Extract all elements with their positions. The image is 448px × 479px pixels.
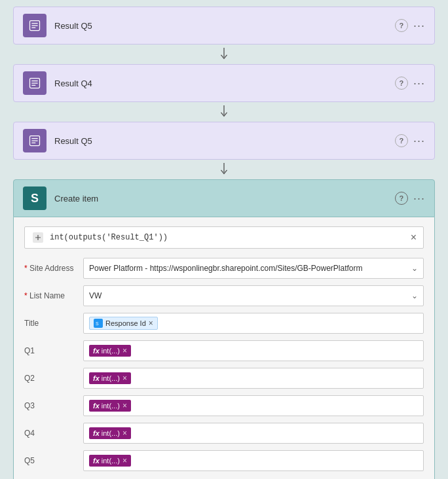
q1-row: Q1 fx int(...) × — [24, 340, 424, 361]
title-row: Title S Response Id × — [24, 313, 424, 334]
q5-fx-icon: fx — [93, 457, 100, 465]
create-item-icon: S — [23, 186, 47, 210]
title-input[interactable]: S Response Id × — [83, 313, 424, 334]
q3-chip-close[interactable]: × — [122, 401, 127, 410]
q1-input[interactable]: fx int(...) × — [83, 340, 424, 361]
response-id-chip-icon: S — [94, 319, 103, 328]
help-icon-q5[interactable]: ? — [395, 134, 408, 147]
q4-input[interactable]: fx int(...) × — [83, 423, 424, 444]
flow-node-result-q4: Result Q4 ? ··· — [13, 64, 435, 102]
q4-chip-close[interactable]: × — [122, 429, 127, 438]
more-options-q5[interactable]: ··· — [413, 134, 425, 148]
create-item-form: int(outputs('Result_Q1')) × Site Address… — [13, 217, 435, 479]
q3-fx-icon: fx — [93, 402, 100, 410]
help-icon-create[interactable]: ? — [395, 192, 408, 205]
q4-chip: fx int(...) × — [89, 427, 131, 439]
list-name-label: List Name — [24, 291, 83, 300]
q3-chip-label: int(...) — [102, 402, 120, 410]
site-address-label: Site Address — [24, 264, 83, 273]
q5-row: Q5 fx int(...) × — [24, 450, 424, 471]
q5-label: Q5 — [24, 456, 83, 465]
help-icon[interactable]: ? — [395, 19, 408, 32]
node-icon-result-q5-top — [23, 14, 47, 37]
more-options-icon[interactable]: ··· — [413, 19, 425, 33]
node-label-result-q5: Result Q5 — [54, 136, 395, 146]
q2-input[interactable]: fx int(...) × — [83, 368, 424, 389]
more-options-q4[interactable]: ··· — [413, 77, 425, 90]
site-address-input[interactable]: Power Platform - https://wsponlinegbr.sh… — [83, 258, 424, 279]
flow-node-result-q5: Result Q5 ? ··· — [13, 122, 435, 160]
create-item-actions: ? ··· — [395, 192, 425, 205]
q4-fx-icon: fx — [93, 429, 100, 437]
node-actions-q4: ? ··· — [395, 77, 425, 90]
list-name-row: List Name VW ⌄ — [24, 285, 424, 306]
node-actions-q5: ? ··· — [395, 134, 425, 148]
response-id-chip-close[interactable]: × — [149, 319, 153, 328]
q3-row: Q3 fx int(...) × — [24, 395, 424, 416]
site-address-value: Power Platform - https://wsponlinegbr.sh… — [89, 263, 363, 274]
flow-node-result-q5-top: Result Q5 ? ··· — [13, 7, 435, 44]
expression-close-button[interactable]: × — [411, 232, 417, 243]
q2-row: Q2 fx int(...) × — [24, 368, 424, 389]
more-options-create[interactable]: ··· — [413, 192, 425, 205]
svg-text:S: S — [96, 321, 99, 326]
q4-label: Q4 — [24, 429, 83, 438]
list-name-chevron: ⌄ — [411, 291, 418, 300]
arrow-down-2 — [13, 102, 435, 122]
site-address-row: Site Address Power Platform - https://ws… — [24, 258, 424, 279]
q2-fx-icon: fx — [93, 374, 100, 382]
q1-chip-label: int(...) — [102, 347, 120, 355]
q5-chip: fx int(...) × — [89, 455, 131, 467]
list-name-input[interactable]: VW ⌄ — [83, 285, 424, 306]
node-icon-result-q5 — [23, 129, 47, 152]
q3-input[interactable]: fx int(...) × — [83, 395, 424, 416]
q5-input[interactable]: fx int(...) × — [83, 450, 424, 471]
create-item-label: Create item — [54, 194, 395, 204]
canvas: Result Q5 ? ··· Result Q4 ? ··· — [0, 0, 448, 479]
q1-fx-icon: fx — [93, 347, 100, 355]
node-label-result-q4: Result Q4 — [54, 79, 395, 88]
q3-chip: fx int(...) × — [89, 400, 131, 412]
q2-chip: fx int(...) × — [89, 372, 131, 384]
q2-label: Q2 — [24, 374, 83, 383]
expression-text: int(outputs('Result_Q1')) — [50, 233, 411, 242]
expression-bar[interactable]: int(outputs('Result_Q1')) × — [24, 226, 424, 249]
response-id-chip: S Response Id × — [89, 317, 158, 330]
arrow-down-1 — [13, 44, 435, 64]
create-item-node: S Create item ? ··· — [13, 179, 435, 217]
site-address-chevron: ⌄ — [411, 264, 418, 273]
q4-row: Q4 fx int(...) × — [24, 423, 424, 444]
q1-chip: fx int(...) × — [89, 345, 131, 357]
response-id-chip-label: Response Id — [105, 319, 146, 327]
node-actions: ? ··· — [395, 19, 425, 33]
q2-chip-close[interactable]: × — [122, 374, 127, 383]
q3-label: Q3 — [24, 401, 83, 410]
title-label: Title — [24, 319, 83, 328]
help-icon-q4[interactable]: ? — [395, 77, 408, 90]
node-label-result-q5-top: Result Q5 — [54, 21, 395, 31]
q4-chip-label: int(...) — [102, 429, 120, 437]
q5-chip-close[interactable]: × — [122, 456, 127, 465]
q5-chip-label: int(...) — [102, 457, 120, 465]
q1-chip-close[interactable]: × — [122, 346, 127, 355]
node-icon-result-q4 — [23, 71, 47, 95]
list-name-value: VW — [89, 291, 102, 300]
expression-icon — [31, 231, 45, 244]
q2-chip-label: int(...) — [102, 374, 120, 382]
q1-label: Q1 — [24, 346, 83, 355]
arrow-down-3 — [13, 160, 435, 179]
